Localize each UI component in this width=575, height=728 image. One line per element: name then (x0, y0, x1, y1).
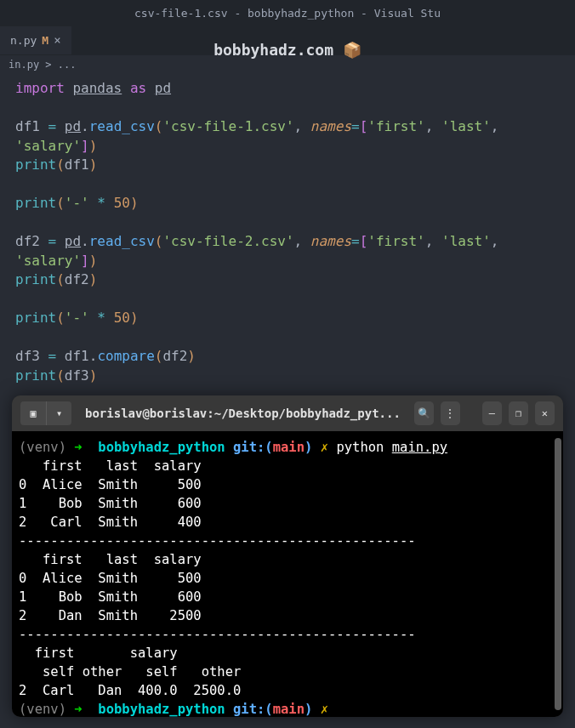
comma3: , (491, 118, 499, 134)
output-row: 2 Dan Smith 2500 (19, 608, 202, 623)
output-row: 2 Carl Smith 400 (19, 515, 202, 530)
fn-compare: compare (97, 348, 154, 364)
breadcrumb-text: in.py > ... (9, 59, 76, 71)
paren-close: ) (89, 138, 98, 154)
fn-print: print (15, 156, 56, 173)
arrow-icon: ➜ (74, 702, 82, 717)
modified-indicator: M (42, 34, 48, 47)
op-eq: = (48, 348, 57, 364)
ref-df1: df1 (65, 348, 89, 364)
cwd: bobbyhadz_python (98, 702, 225, 717)
dirty-icon: ✗ (321, 440, 328, 455)
paren-close: ) (89, 156, 98, 173)
paren-open: ( (155, 348, 163, 364)
maximize-button[interactable]: ❐ (509, 401, 528, 425)
arg-df3: df3 (65, 367, 89, 384)
output-header3: first salary (19, 646, 241, 661)
cwd: bobbyhadz_python (98, 440, 225, 455)
comma3: , (491, 233, 499, 249)
terminal-icon[interactable]: ▣ (20, 401, 46, 425)
paren-close: ) (187, 348, 196, 364)
alias-pd: pd (155, 80, 171, 96)
git-close: ) (305, 440, 312, 455)
venv: (venv) (19, 440, 66, 455)
str-salary: 'salary' (15, 138, 81, 154)
search-icon[interactable]: 🔍 (414, 401, 434, 425)
fn-print: print (15, 271, 56, 287)
comma2: , (425, 233, 434, 249)
fn-print: print (15, 310, 56, 326)
arg-df1: df1 (65, 156, 89, 173)
paren-close: ) (89, 271, 98, 287)
output-row: 1 Bob Smith 600 (19, 496, 202, 511)
output-dash: ----------------------------------------… (19, 533, 416, 549)
paren-open: ( (56, 310, 65, 326)
bracket-open: [ (360, 233, 368, 249)
fn-readcsv: read_csv (89, 118, 155, 134)
output-header2: first last salary (19, 552, 202, 567)
code-editor[interactable]: import pandas as pd df1 = pd.read_csv('c… (0, 74, 575, 390)
comma: , (294, 118, 303, 134)
bracket-close: ] (81, 253, 89, 269)
str-dash: '-' (65, 195, 89, 211)
op-mul: * (97, 195, 105, 211)
paren-close: ) (89, 367, 98, 384)
num-50: 50 (114, 195, 130, 211)
output-row: 0 Alice Smith 500 (19, 477, 202, 492)
str-last: 'last' (441, 233, 491, 249)
bracket-open: [ (360, 118, 368, 134)
output-header4: self other self other (19, 664, 241, 680)
paren-close: ) (89, 253, 98, 269)
terminal-body[interactable]: (venv) ➜ bobbyhadz_python git:(main) ✗ p… (12, 431, 563, 717)
str-last: 'last' (441, 118, 491, 134)
close-icon[interactable]: × (54, 33, 60, 47)
git-branch: main (273, 702, 305, 717)
arrow-icon: ➜ (74, 440, 82, 455)
dot: . (81, 118, 89, 134)
str-dash: '-' (65, 310, 89, 326)
comma: , (294, 233, 303, 249)
op-eq2: = (351, 118, 360, 134)
breadcrumb[interactable]: in.py > ... (0, 55, 575, 74)
bracket-close: ] (81, 138, 89, 154)
dot: . (89, 348, 98, 364)
num-50: 50 (114, 310, 130, 326)
dot: . (81, 233, 89, 249)
paren-open: ( (56, 367, 65, 384)
arg-df2: df2 (162, 348, 187, 364)
editor-tabs: n.py M × (0, 26, 575, 55)
scrollbar-thumb[interactable] (555, 438, 561, 710)
cmd-python: python (336, 440, 384, 455)
paren-open: ( (56, 156, 65, 173)
param-names: names (310, 233, 351, 249)
str-first: 'first' (367, 233, 424, 249)
mod-pandas: pandas (72, 80, 122, 96)
ref-pd: pd (65, 233, 81, 249)
str-first: 'first' (367, 118, 424, 134)
window-titlebar: csv-file-1.csv - bobbyhadz_python - Visu… (0, 0, 575, 26)
paren-open: ( (155, 233, 163, 249)
kw-import: import (15, 80, 65, 96)
tab-main-py[interactable]: n.py M × (0, 26, 71, 54)
str-salary: 'salary' (15, 253, 81, 269)
close-button[interactable]: ✕ (535, 401, 555, 425)
comma2: , (425, 118, 434, 134)
minimize-button[interactable]: — (482, 401, 502, 425)
arg-df2: df2 (65, 271, 89, 287)
fn-print: print (15, 367, 56, 384)
menu-icon[interactable]: ⋮ (441, 401, 460, 425)
op-mul: * (97, 310, 105, 326)
param-names: names (310, 118, 351, 134)
git-label: git:( (233, 702, 273, 717)
var-df3: df3 (15, 348, 40, 364)
output-row: 2 Carl Dan 400.0 2500.0 (19, 683, 241, 698)
git-close: ) (305, 702, 312, 717)
window-title: csv-file-1.csv - bobbyhadz_python - Visu… (134, 7, 441, 20)
ref-pd: pd (65, 118, 81, 134)
terminal-header: ▣ ▾ borislav@borislav:~/Desktop/bobbyhad… (12, 395, 563, 431)
dirty-icon: ✗ (321, 702, 328, 717)
chevron-down-icon[interactable]: ▾ (46, 401, 71, 425)
paren-close: ) (130, 310, 139, 326)
terminal-window: ▣ ▾ borislav@borislav:~/Desktop/bobbyhad… (12, 395, 563, 717)
str-file1: 'csv-file-1.csv' (162, 118, 293, 134)
